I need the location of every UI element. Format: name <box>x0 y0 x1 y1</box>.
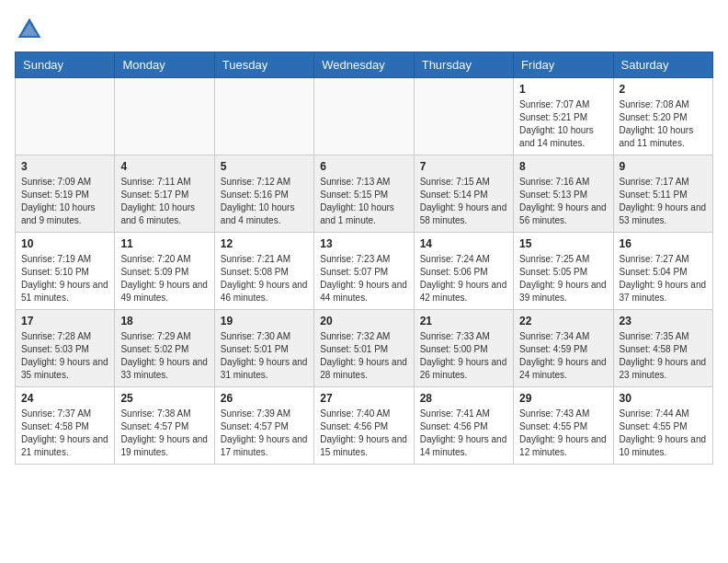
day-number: 28 <box>420 392 507 405</box>
calendar-cell <box>214 78 313 155</box>
weekday-header: Wednesday <box>314 52 414 78</box>
day-info: Sunrise: 7:27 AM Sunset: 5:04 PM Dayligh… <box>620 253 707 304</box>
day-number: 30 <box>620 392 707 405</box>
day-number: 12 <box>221 237 308 250</box>
day-info: Sunrise: 7:17 AM Sunset: 5:11 PM Dayligh… <box>620 176 707 227</box>
calendar-cell: 6Sunrise: 7:13 AM Sunset: 5:15 PM Daylig… <box>314 155 414 233</box>
calendar-cell: 29Sunrise: 7:43 AM Sunset: 4:55 PM Dayli… <box>514 387 613 465</box>
day-number: 25 <box>120 392 208 405</box>
logo <box>15 15 48 44</box>
day-info: Sunrise: 7:38 AM Sunset: 4:57 PM Dayligh… <box>120 408 208 459</box>
day-info: Sunrise: 7:29 AM Sunset: 5:02 PM Dayligh… <box>120 330 208 382</box>
calendar-cell: 5Sunrise: 7:12 AM Sunset: 5:16 PM Daylig… <box>214 155 313 233</box>
calendar-cell <box>414 78 513 155</box>
day-info: Sunrise: 7:28 AM Sunset: 5:03 PM Dayligh… <box>21 330 108 382</box>
calendar-cell: 26Sunrise: 7:39 AM Sunset: 4:57 PM Dayli… <box>214 387 313 465</box>
calendar-cell: 25Sunrise: 7:38 AM Sunset: 4:57 PM Dayli… <box>115 387 214 465</box>
day-info: Sunrise: 7:37 AM Sunset: 4:58 PM Dayligh… <box>21 408 108 459</box>
calendar-cell: 14Sunrise: 7:24 AM Sunset: 5:06 PM Dayli… <box>414 233 513 310</box>
day-number: 29 <box>519 392 607 405</box>
calendar-cell: 3Sunrise: 7:09 AM Sunset: 5:19 PM Daylig… <box>16 155 115 233</box>
day-info: Sunrise: 7:19 AM Sunset: 5:10 PM Dayligh… <box>21 253 108 304</box>
day-info: Sunrise: 7:16 AM Sunset: 5:13 PM Dayligh… <box>519 176 607 227</box>
day-info: Sunrise: 7:07 AM Sunset: 5:21 PM Dayligh… <box>519 98 607 150</box>
day-number: 10 <box>21 237 108 250</box>
calendar-cell: 20Sunrise: 7:32 AM Sunset: 5:01 PM Dayli… <box>314 310 414 387</box>
day-number: 19 <box>221 315 308 327</box>
day-number: 17 <box>21 315 108 327</box>
day-number: 24 <box>21 392 108 405</box>
calendar-cell: 12Sunrise: 7:21 AM Sunset: 5:08 PM Dayli… <box>214 233 313 310</box>
calendar-table: SundayMondayTuesdayWednesdayThursdayFrid… <box>15 52 713 465</box>
day-info: Sunrise: 7:12 AM Sunset: 5:16 PM Dayligh… <box>221 176 308 227</box>
day-number: 13 <box>320 237 407 250</box>
day-number: 18 <box>120 315 208 327</box>
calendar-cell: 28Sunrise: 7:41 AM Sunset: 4:56 PM Dayli… <box>414 387 513 465</box>
day-info: Sunrise: 7:33 AM Sunset: 5:00 PM Dayligh… <box>420 330 507 382</box>
day-number: 7 <box>420 160 507 173</box>
calendar-cell: 18Sunrise: 7:29 AM Sunset: 5:02 PM Dayli… <box>115 310 214 387</box>
day-number: 21 <box>420 315 507 327</box>
day-info: Sunrise: 7:11 AM Sunset: 5:17 PM Dayligh… <box>120 176 208 227</box>
day-info: Sunrise: 7:20 AM Sunset: 5:09 PM Dayligh… <box>120 253 208 304</box>
calendar-cell: 17Sunrise: 7:28 AM Sunset: 5:03 PM Dayli… <box>16 310 115 387</box>
calendar-cell: 8Sunrise: 7:16 AM Sunset: 5:13 PM Daylig… <box>514 155 613 233</box>
day-info: Sunrise: 7:13 AM Sunset: 5:15 PM Dayligh… <box>320 176 407 227</box>
calendar-week-row: 10Sunrise: 7:19 AM Sunset: 5:10 PM Dayli… <box>16 233 713 310</box>
weekday-header-row: SundayMondayTuesdayWednesdayThursdayFrid… <box>16 52 713 78</box>
day-info: Sunrise: 7:39 AM Sunset: 4:57 PM Dayligh… <box>221 408 308 459</box>
calendar-cell: 15Sunrise: 7:25 AM Sunset: 5:05 PM Dayli… <box>514 233 613 310</box>
calendar-week-row: 3Sunrise: 7:09 AM Sunset: 5:19 PM Daylig… <box>16 155 713 233</box>
logo-icon <box>15 15 44 44</box>
day-info: Sunrise: 7:15 AM Sunset: 5:14 PM Dayligh… <box>420 176 507 227</box>
calendar-cell: 24Sunrise: 7:37 AM Sunset: 4:58 PM Dayli… <box>16 387 115 465</box>
day-info: Sunrise: 7:08 AM Sunset: 5:20 PM Dayligh… <box>620 98 707 150</box>
day-info: Sunrise: 7:32 AM Sunset: 5:01 PM Dayligh… <box>320 330 407 382</box>
calendar-cell: 19Sunrise: 7:30 AM Sunset: 5:01 PM Dayli… <box>214 310 313 387</box>
calendar-cell: 16Sunrise: 7:27 AM Sunset: 5:04 PM Dayli… <box>613 233 712 310</box>
calendar-cell <box>16 78 115 155</box>
day-info: Sunrise: 7:34 AM Sunset: 4:59 PM Dayligh… <box>519 330 607 382</box>
calendar-cell <box>115 78 214 155</box>
day-info: Sunrise: 7:35 AM Sunset: 4:58 PM Dayligh… <box>620 330 707 382</box>
day-info: Sunrise: 7:30 AM Sunset: 5:01 PM Dayligh… <box>221 330 308 382</box>
day-number: 22 <box>519 315 607 327</box>
day-info: Sunrise: 7:44 AM Sunset: 4:55 PM Dayligh… <box>620 408 707 459</box>
day-number: 6 <box>320 160 407 173</box>
calendar-cell: 27Sunrise: 7:40 AM Sunset: 4:56 PM Dayli… <box>314 387 414 465</box>
day-number: 20 <box>320 315 407 327</box>
calendar-week-row: 17Sunrise: 7:28 AM Sunset: 5:03 PM Dayli… <box>16 310 713 387</box>
day-number: 11 <box>120 237 208 250</box>
day-number: 27 <box>320 392 407 405</box>
calendar-cell: 30Sunrise: 7:44 AM Sunset: 4:55 PM Dayli… <box>613 387 712 465</box>
day-info: Sunrise: 7:25 AM Sunset: 5:05 PM Dayligh… <box>519 253 607 304</box>
day-number: 26 <box>221 392 308 405</box>
day-number: 4 <box>120 160 208 173</box>
day-number: 9 <box>620 160 707 173</box>
day-number: 14 <box>420 237 507 250</box>
calendar-cell: 23Sunrise: 7:35 AM Sunset: 4:58 PM Dayli… <box>613 310 712 387</box>
weekday-header: Monday <box>115 52 214 78</box>
weekday-header: Sunday <box>16 52 115 78</box>
calendar-week-row: 1Sunrise: 7:07 AM Sunset: 5:21 PM Daylig… <box>16 78 713 155</box>
day-info: Sunrise: 7:41 AM Sunset: 4:56 PM Dayligh… <box>420 408 507 459</box>
day-number: 5 <box>221 160 308 173</box>
day-number: 2 <box>620 83 707 96</box>
day-number: 16 <box>620 237 707 250</box>
weekday-header: Thursday <box>414 52 513 78</box>
calendar-cell: 2Sunrise: 7:08 AM Sunset: 5:20 PM Daylig… <box>613 78 712 155</box>
calendar-cell: 7Sunrise: 7:15 AM Sunset: 5:14 PM Daylig… <box>414 155 513 233</box>
calendar-cell: 11Sunrise: 7:20 AM Sunset: 5:09 PM Dayli… <box>115 233 214 310</box>
day-number: 8 <box>519 160 607 173</box>
day-info: Sunrise: 7:40 AM Sunset: 4:56 PM Dayligh… <box>320 408 407 459</box>
day-info: Sunrise: 7:23 AM Sunset: 5:07 PM Dayligh… <box>320 253 407 304</box>
calendar-cell <box>314 78 414 155</box>
calendar-cell: 22Sunrise: 7:34 AM Sunset: 4:59 PM Dayli… <box>514 310 613 387</box>
day-info: Sunrise: 7:21 AM Sunset: 5:08 PM Dayligh… <box>221 253 308 304</box>
page-header <box>15 15 713 44</box>
calendar-cell: 4Sunrise: 7:11 AM Sunset: 5:17 PM Daylig… <box>115 155 214 233</box>
day-number: 23 <box>620 315 707 327</box>
weekday-header: Friday <box>514 52 613 78</box>
calendar-cell: 10Sunrise: 7:19 AM Sunset: 5:10 PM Dayli… <box>16 233 115 310</box>
calendar-cell: 9Sunrise: 7:17 AM Sunset: 5:11 PM Daylig… <box>613 155 712 233</box>
